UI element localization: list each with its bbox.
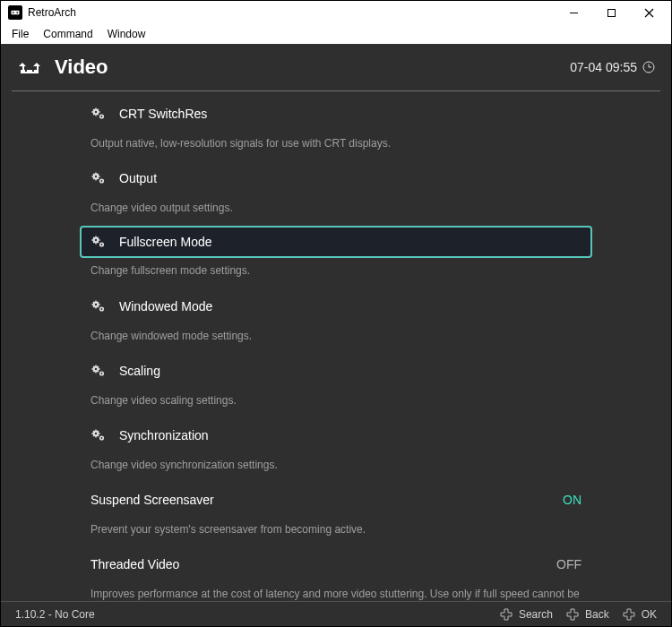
gears-icon bbox=[90, 106, 107, 122]
setting-label: CRT SwitchRes bbox=[119, 107, 582, 121]
hint-ok-label: OK bbox=[642, 608, 657, 621]
minimize-button[interactable] bbox=[555, 3, 592, 22]
svg-line-35 bbox=[98, 174, 99, 175]
status-bar: 1.10.2 - No Core Search Back OK bbox=[1, 601, 671, 626]
gears-icon bbox=[90, 427, 107, 443]
setting-threaded: Threaded VideoOFFImproves performance at… bbox=[80, 547, 592, 601]
setting-description: Change fullscreen mode settings. bbox=[80, 258, 592, 288]
svg-line-58 bbox=[93, 306, 94, 307]
hint-search: Search bbox=[499, 607, 553, 622]
svg-line-33 bbox=[98, 178, 99, 179]
gears-icon bbox=[90, 234, 107, 250]
setting-label: Scaling bbox=[119, 364, 582, 378]
titlebar: RetroArch bbox=[1, 1, 671, 24]
svg-line-47 bbox=[98, 237, 99, 238]
setting-description: Change video output settings. bbox=[80, 195, 592, 226]
dpad-icon bbox=[499, 607, 513, 622]
svg-line-83 bbox=[98, 431, 99, 432]
setting-label: Windowed Mode bbox=[119, 299, 582, 314]
setting-fullscreen: Fullscreen ModeChange fullscreen mode se… bbox=[80, 226, 592, 288]
setting-row-fullscreen[interactable]: Fullscreen Mode bbox=[80, 226, 592, 258]
hint-back: Back bbox=[565, 607, 609, 622]
svg-line-20 bbox=[93, 109, 94, 110]
version-text: 1.10.2 - No Core bbox=[15, 608, 499, 621]
svg-line-59 bbox=[98, 302, 99, 303]
setting-description: Change video synchronization settings. bbox=[80, 452, 592, 483]
svg-line-68 bbox=[93, 366, 94, 367]
hint-ok: OK bbox=[622, 607, 657, 622]
close-button[interactable] bbox=[630, 3, 668, 22]
setting-value: ON bbox=[563, 493, 582, 507]
setting-scaling: ScalingChange video scaling settings. bbox=[80, 354, 592, 418]
setting-screensaver: Suspend ScreensaverONPrevent your system… bbox=[80, 483, 592, 547]
svg-point-74 bbox=[95, 433, 97, 434]
setting-label: Output bbox=[119, 171, 582, 185]
settings-list[interactable]: CRT SwitchResOutput native, low-resoluti… bbox=[1, 91, 671, 601]
maximize-button[interactable] bbox=[592, 3, 630, 22]
menu-command[interactable]: Command bbox=[36, 26, 99, 42]
svg-line-44 bbox=[93, 237, 94, 238]
setting-description: Prevent your system's screensaver from b… bbox=[80, 517, 592, 547]
svg-line-56 bbox=[93, 302, 94, 303]
setting-row-screensaver[interactable]: Suspend ScreensaverON bbox=[80, 483, 592, 517]
menu-window[interactable]: Window bbox=[100, 26, 153, 42]
svg-rect-7 bbox=[25, 70, 27, 72]
svg-line-82 bbox=[93, 435, 94, 436]
dpad-icon bbox=[622, 607, 636, 622]
svg-point-15 bbox=[101, 116, 103, 117]
setting-description: Improves performance at the cost of late… bbox=[80, 581, 592, 601]
setting-label: Threaded Video bbox=[90, 557, 556, 571]
setting-sync: SynchronizationChange video synchronizat… bbox=[80, 418, 592, 483]
svg-line-46 bbox=[93, 242, 94, 243]
svg-line-34 bbox=[93, 178, 94, 179]
svg-point-38 bbox=[95, 239, 97, 241]
menu-file[interactable]: File bbox=[4, 26, 36, 42]
svg-point-75 bbox=[101, 437, 103, 439]
svg-point-50 bbox=[95, 303, 97, 305]
svg-rect-8 bbox=[32, 70, 34, 72]
setting-row-windowed[interactable]: Windowed Mode bbox=[80, 289, 592, 323]
page-header: Video 07-04 09:55 bbox=[1, 44, 671, 90]
setting-row-crt[interactable]: CRT SwitchRes bbox=[80, 97, 592, 131]
svg-line-21 bbox=[98, 114, 99, 115]
dpad-icon bbox=[565, 607, 580, 622]
svg-rect-4 bbox=[607, 9, 615, 16]
window-title: RetroArch bbox=[28, 6, 555, 19]
clock-icon bbox=[642, 61, 655, 73]
setting-crt: CRT SwitchResOutput native, low-resoluti… bbox=[80, 97, 592, 161]
svg-line-69 bbox=[98, 371, 99, 372]
retroarch-logo-icon bbox=[17, 59, 42, 77]
setting-label: Fullscreen Mode bbox=[119, 235, 582, 249]
setting-description: Change video scaling settings. bbox=[80, 388, 592, 418]
svg-point-51 bbox=[101, 308, 103, 310]
svg-point-63 bbox=[101, 373, 103, 374]
hint-back-label: Back bbox=[585, 608, 609, 621]
svg-point-27 bbox=[101, 180, 103, 182]
svg-line-22 bbox=[93, 114, 94, 115]
menubar: File Command Window bbox=[1, 24, 671, 44]
svg-point-62 bbox=[95, 368, 97, 370]
page-title: Video bbox=[55, 56, 570, 79]
setting-value: OFF bbox=[556, 557, 582, 571]
app-content: Video 07-04 09:55 CRT SwitchResOutput na… bbox=[1, 44, 671, 626]
setting-row-threaded[interactable]: Threaded VideoOFF bbox=[80, 547, 592, 581]
svg-line-32 bbox=[93, 174, 94, 175]
svg-line-23 bbox=[98, 109, 99, 110]
svg-point-14 bbox=[95, 111, 97, 113]
setting-label: Synchronization bbox=[119, 428, 582, 442]
setting-windowed: Windowed ModeChange windowed mode settin… bbox=[80, 289, 592, 354]
setting-label: Suspend Screensaver bbox=[90, 493, 563, 507]
setting-output: OutputChange video output settings. bbox=[80, 161, 592, 226]
setting-row-output[interactable]: Output bbox=[80, 161, 592, 195]
setting-row-sync[interactable]: Synchronization bbox=[80, 418, 592, 452]
setting-description: Output native, low-resolution signals fo… bbox=[80, 131, 592, 161]
svg-line-57 bbox=[98, 306, 99, 307]
svg-line-45 bbox=[98, 242, 99, 243]
hint-search-label: Search bbox=[519, 608, 553, 621]
svg-rect-2 bbox=[17, 12, 19, 13]
gears-icon bbox=[90, 170, 107, 186]
setting-description: Change windowed mode settings. bbox=[80, 323, 592, 354]
setting-row-scaling[interactable]: Scaling bbox=[80, 354, 592, 388]
svg-rect-0 bbox=[12, 11, 20, 15]
clock: 07-04 09:55 bbox=[570, 60, 655, 74]
